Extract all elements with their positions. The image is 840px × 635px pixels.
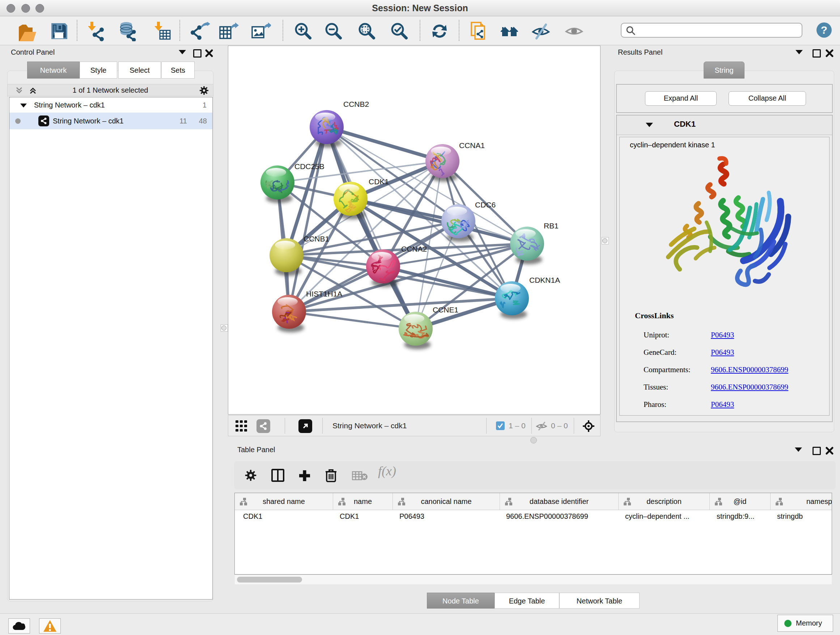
svg-text:RB1: RB1 [544,222,559,230]
svg-text:CDC25B: CDC25B [294,162,325,171]
svg-text:CDK1: CDK1 [369,177,389,186]
svg-text:CCNB1: CCNB1 [303,234,329,243]
svg-text:HIST1H1A: HIST1H1A [306,290,342,298]
svg-text:CCNA1: CCNA1 [459,141,485,149]
svg-text:CDKN1A: CDKN1A [529,276,560,284]
svg-text:CCNA2: CCNA2 [401,245,427,253]
svg-text:CCNE1: CCNE1 [433,306,458,314]
svg-text:CCNB2: CCNB2 [343,100,369,108]
svg-text:CDC6: CDC6 [475,201,496,209]
